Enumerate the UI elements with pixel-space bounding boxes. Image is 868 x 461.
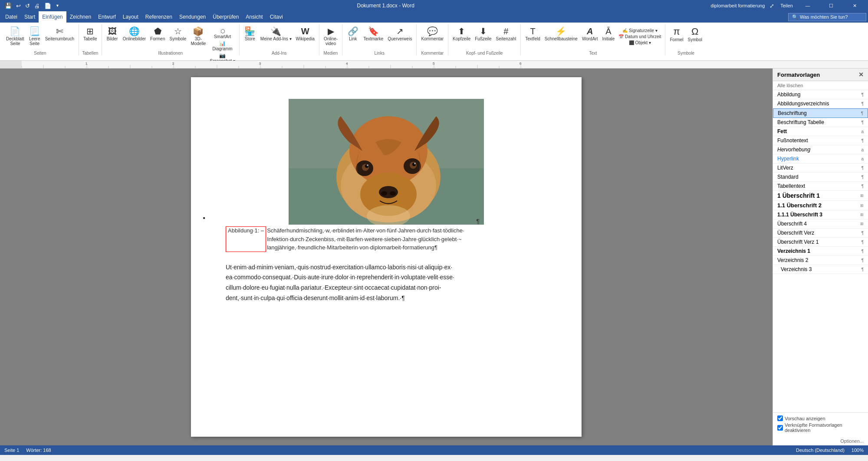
style-item-abbildung[interactable]: Abbildung ¶ <box>773 90 868 99</box>
btn-bilder[interactable]: 🖼 Bilder <box>105 26 120 42</box>
caption-text: Schäferhundmischling,·w,·erblindet·im·Al… <box>267 226 464 252</box>
btn-seitenzahl[interactable]: # Seiten­zahl <box>494 26 518 42</box>
linked-styles-checkbox[interactable] <box>777 425 783 431</box>
btn-symbol-label: Symbol <box>688 37 702 42</box>
btn-signaturzeile[interactable]: ✍ Signaturzeile ▾ <box>617 28 662 33</box>
style-item-verzeichnis3[interactable]: Verzeichnis 3 ¶ <box>773 265 868 274</box>
menu-sendungen[interactable]: Sendungen <box>176 11 209 23</box>
style-item-ueberschrift1[interactable]: 1 Überschrift 1 ⊞ <box>773 191 868 201</box>
linked-styles-checkbox-row: Verknüpfte Formatvorlagen deaktivieren <box>777 422 864 433</box>
btn-schnellbausteine[interactable]: ⚡ Schnell­bausteine <box>543 26 579 42</box>
style-item-verzeichnis1[interactable]: Verzeichnis 1 ¶ <box>773 247 868 256</box>
btn-symbol[interactable]: Ω Symbol <box>686 26 704 43</box>
style-item-ueberschrift2[interactable]: 1.1 Überschrift 2 ⊞ <box>773 201 868 210</box>
menu-einfuegen[interactable]: Einfügen <box>39 11 66 23</box>
btn-link[interactable]: 🔗 Link <box>345 26 361 42</box>
sidebar-clear-button[interactable]: Alle löschen <box>773 81 868 90</box>
btn-wordart[interactable]: A WordArt <box>580 26 600 42</box>
maximize-button[interactable]: ☐ <box>821 0 841 11</box>
btn-initiale[interactable]: Ā Initiale <box>600 26 616 42</box>
document-area[interactable]: ■ <box>0 69 773 445</box>
menu-start[interactable]: Start <box>21 11 39 23</box>
style-item-fett[interactable]: Fett a <box>773 127 868 136</box>
style-item-tabellentext[interactable]: Tabellentext ¶ <box>773 182 868 191</box>
btn-kopfzeile[interactable]: ⬆ Kopfzeile <box>451 26 472 42</box>
btn-meine-addins[interactable]: 🔌 Meine Add-Ins ▾ <box>259 26 293 42</box>
style-item-ueberschrift-verz[interactable]: Überschrift Verz ¶ <box>773 229 868 238</box>
btn-textmarke[interactable]: 🔖 Textmarke <box>362 26 385 42</box>
btn-tabelle[interactable]: ⊞ Tabelle <box>82 26 99 42</box>
bullet-point: ■ <box>203 216 205 220</box>
style-name: Hyperlink <box>777 156 859 162</box>
style-name: 1.1 Überschrift 2 <box>777 202 858 209</box>
btn-3d-modelle[interactable]: 📦 3D-Modelle <box>189 26 207 47</box>
btn-online-video[interactable]: ▶ Online-video <box>322 26 339 47</box>
style-name: Fußnotentext <box>777 137 860 144</box>
style-item-verzeichnis2[interactable]: Verzeichnis 2 ¶ <box>773 256 868 265</box>
paragraph-marker-img: ¶ <box>476 218 480 225</box>
btn-diagramm[interactable]: 📊 Diagramm <box>208 40 236 52</box>
svg-point-44 <box>367 164 368 166</box>
style-name: LitVerz <box>777 165 860 171</box>
btn-deckblatt[interactable]: 📄 DeckblattSeite <box>4 26 26 47</box>
help-search-bar[interactable]: 🔍 Was möchten Sie tun? <box>788 13 866 21</box>
group-label-seiten: Seiten <box>34 51 46 56</box>
undo-button[interactable]: ↩ <box>15 3 22 9</box>
expand-icon[interactable]: ⤢ <box>768 3 776 9</box>
btn-fusszeile[interactable]: ⬇ Fußzeile <box>473 26 493 42</box>
btn-textfeld[interactable]: T Textfeld <box>523 26 542 42</box>
btn-symbole[interactable]: ☆ Symbole <box>168 26 188 42</box>
style-item-ueberschrift3[interactable]: 1.1.1 Überschrift 3 ⊞ <box>773 210 868 219</box>
menu-citavi[interactable]: Citavi <box>266 11 286 23</box>
objekt-icon: ⬛ Objekt ▾ <box>629 40 651 45</box>
save-button[interactable]: 💾 <box>3 3 13 9</box>
style-item-beschriftung-tabelle[interactable]: Beschriftung Tabelle ¶ <box>773 118 868 127</box>
style-para-icon: ¶ <box>861 249 864 254</box>
print-button[interactable]: 🖨 <box>33 3 41 9</box>
style-item-standard[interactable]: Standard ¶ <box>773 173 868 182</box>
sidebar-close-button[interactable]: ✕ <box>858 71 864 78</box>
btn-kommentar[interactable]: 💬 Kommentar <box>419 26 445 42</box>
meine-addins-icon: 🔌 <box>270 27 281 36</box>
btn-leere-seite[interactable]: 📃 LeereSeite <box>27 26 43 47</box>
dropdown-arrow[interactable]: ▼ <box>54 3 61 8</box>
style-item-hervorhebung[interactable]: Hervorhebung a <box>773 145 868 154</box>
btn-formel[interactable]: π Formel <box>668 26 685 43</box>
share-button[interactable]: Teilen <box>779 3 794 8</box>
ribbon-group-seiten: 📄 DeckblattSeite 📃 LeereSeite ✄ Seiten­u… <box>2 24 79 56</box>
btn-smartart[interactable]: ⬡ SmartArt <box>208 28 236 39</box>
menu-layout[interactable]: Layout <box>119 11 142 23</box>
menu-entwurf[interactable]: Entwurf <box>95 11 119 23</box>
btn-querverweis[interactable]: ↗ Quer­verweis <box>386 26 414 42</box>
menu-referenzen[interactable]: Referenzen <box>142 11 176 23</box>
ribbon-group-addins: 🏪 Store 🔌 Meine Add-Ins ▾ W Wikipedia Ad… <box>240 24 319 56</box>
btn-datum-uhrzeit[interactable]: 📅 Datum und Uhrzeit <box>617 34 662 39</box>
ribbon-group-tabellen: ⊞ Tabelle Tabellen <box>79 24 102 56</box>
options-link[interactable]: Optionen... <box>773 437 868 445</box>
style-item-ueberschrift-verz1[interactable]: Überschrift Verz 1 ¶ <box>773 238 868 247</box>
menu-ueberpruefen[interactable]: Überprüfen <box>209 11 242 23</box>
redo-button[interactable]: ↺ <box>24 3 31 9</box>
sidebar-options: Vorschau anzeigen Verknüpfte Formatvorla… <box>773 412 868 437</box>
style-item-fussnotentext[interactable]: Fußnotentext ¶ <box>773 136 868 145</box>
new-doc-button[interactable]: 📄 <box>43 3 53 9</box>
menu-zeichnen[interactable]: Zeichnen <box>66 11 95 23</box>
menu-ansicht[interactable]: Ansicht <box>242 11 266 23</box>
btn-wikipedia[interactable]: W Wikipedia <box>294 26 316 42</box>
style-item-litverz[interactable]: LitVerz ¶ <box>773 163 868 173</box>
style-item-abbildungsverzeichnis[interactable]: Abbildungsverzeichnis ¶ <box>773 99 868 108</box>
style-item-hyperlink[interactable]: Hyperlink a <box>773 154 868 163</box>
btn-formen[interactable]: ⬟ Formen <box>148 26 167 42</box>
close-button[interactable]: ✕ <box>845 0 865 11</box>
btn-onlinebilder[interactable]: 🌐 Online­bilder <box>121 26 148 42</box>
btn-objekt[interactable]: ⬛ Objekt ▾ <box>617 40 662 46</box>
minimize-button[interactable]: — <box>798 0 818 11</box>
title-bar: 💾 ↩ ↺ 🖨 📄 ▼ Dokument 1.docx - Word diplo… <box>0 0 868 11</box>
preview-checkbox[interactable] <box>777 415 783 421</box>
btn-seitenumbruch[interactable]: ✄ Seiten­umbruch <box>43 26 76 42</box>
style-item-ueberschrift4[interactable]: Überschrift 4 ⊞ <box>773 219 868 229</box>
btn-store[interactable]: 🏪 Store <box>242 26 258 42</box>
menu-datei[interactable]: Datei <box>2 11 21 23</box>
style-name: Überschrift Verz 1 <box>777 239 860 245</box>
style-item-beschriftung[interactable]: Beschriftung ¶ <box>773 108 868 118</box>
